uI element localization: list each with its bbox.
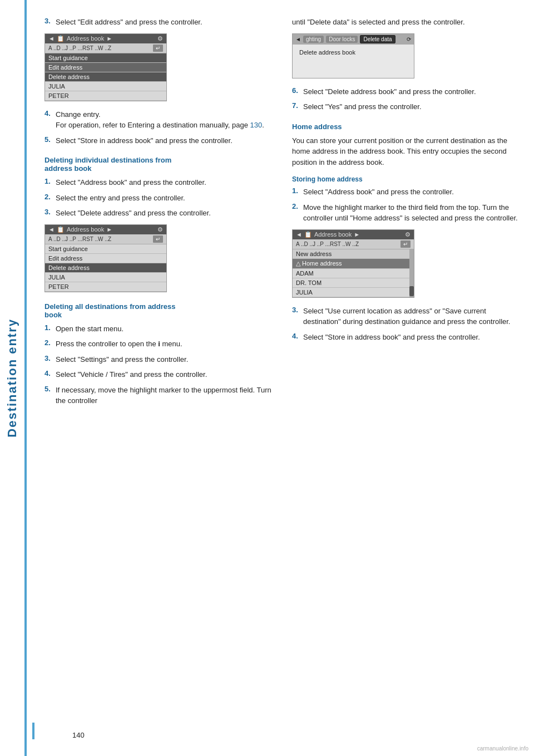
- ab2-arrow-right: ►: [106, 226, 112, 233]
- ab1-arrow-right: ►: [106, 35, 112, 42]
- right-step-7: 7. Select "Yes" and press the controller…: [292, 101, 523, 112]
- del-all-text-3: Select "Settings" and press the controll…: [56, 354, 188, 365]
- del-ind-num-2: 2.: [44, 193, 52, 204]
- right-num-7: 7.: [292, 101, 300, 112]
- address-book-mockup-3: ◄ 📋 Address book ► ⚙ A ..D ..J ..P ...RS…: [292, 229, 414, 298]
- del-all-num-1: 1.: [44, 323, 52, 335]
- step-num-5: 5.: [44, 135, 52, 146]
- ab2-nav: A ..D ..J ..P ...RST ..W ..Z ↵: [45, 234, 166, 244]
- ab3-items: New address △ Home address ADAM DR. TOM …: [293, 249, 409, 297]
- right-text-7: Select "Yes" and press the controller.: [303, 101, 422, 112]
- del-all-step-2: 2. Press the controller to open the i me…: [44, 338, 275, 350]
- del-ind-text-2: Select the entry and press the controlle…: [56, 193, 185, 204]
- ab1-header: ◄ 📋 Address book ► ⚙: [45, 34, 166, 43]
- del-ind-num-3: 3.: [44, 208, 52, 219]
- step-5: 5. Select "Store in address book" and pr…: [44, 135, 275, 146]
- step-text-3: Select "Edit address" and press the cont…: [56, 17, 202, 28]
- home-address-body: You can store your current position or t…: [292, 135, 523, 168]
- section-heading-deleting-all: Deleting all destinations from addressbo…: [44, 302, 275, 319]
- step-text-4: Change entry. For operation, refer to En…: [56, 109, 264, 131]
- ab1-nav-letters: A ..D ..J ..P ...RST ..W ..Z: [48, 45, 111, 51]
- main-content: 3. Select "Edit address" and press the c…: [33, 0, 534, 428]
- del-all-num-4: 4.: [44, 369, 52, 380]
- ab3-item-julia: JULIA: [293, 288, 409, 297]
- del-all-step-4: 4. Select "Vehicle / Tires" and press th…: [44, 369, 275, 380]
- ab1-nav: A ..D ..J ..P ...RST ..W ..Z ↵: [45, 43, 166, 53]
- dd-item-deleteaddressbook: Delete address book: [297, 48, 409, 57]
- section-heading-deleting-individual: Deleting individual destinations fromadd…: [44, 156, 275, 173]
- sidebar-label: Destination entry: [0, 0, 24, 756]
- ab1-back: ↵: [153, 45, 163, 52]
- ab1-item-edit: Edit address: [45, 63, 166, 72]
- home-num-4: 4.: [292, 332, 300, 343]
- del-all-step-1: 1. Open the start menu.: [44, 323, 275, 335]
- dd-body: Delete address book: [293, 45, 414, 78]
- home-address-section: Home address You can store your current …: [292, 122, 523, 343]
- ab2-icon: 📋: [57, 226, 65, 233]
- ab2-settings-icon: ⚙: [157, 226, 163, 233]
- step-num-3: 3.: [44, 17, 52, 28]
- del-ind-step-2: 2. Select the entry and press the contro…: [44, 193, 275, 204]
- ab1-item-julia: JULIA: [45, 82, 166, 91]
- accent-bar: [24, 0, 27, 756]
- ab1-item-peter: PETER: [45, 91, 166, 101]
- del-ind-num-1: 1.: [44, 177, 52, 188]
- right-num-6: 6.: [292, 86, 300, 97]
- step5-continued: until "Delete data" is selected and pres…: [292, 17, 523, 28]
- dd-tab-deletedata: Delete data: [360, 35, 395, 43]
- del-all-step-5: 5. If necessary, move the highlight mark…: [44, 385, 275, 406]
- home-num-1: 1.: [292, 186, 300, 198]
- ab1-arrow-left: ◄: [48, 35, 55, 42]
- del-ind-text-3: Select "Delete address" and press the co…: [56, 208, 211, 219]
- page-number: 140: [72, 731, 85, 739]
- ab3-settings-icon: ⚙: [405, 231, 411, 238]
- ab1-item-delete: Delete address: [45, 72, 166, 82]
- step-num-4: 4.: [44, 109, 52, 131]
- delete-data-mockup: ◄ ghting Door locks Delete data ⟳ Delete…: [292, 33, 414, 78]
- ab1-settings-icon: ⚙: [157, 35, 163, 42]
- del-ind-text-1: Select "Address book" and press the cont…: [56, 177, 206, 188]
- home-step-3: 3. Select "Use current location as addre…: [292, 306, 523, 327]
- ab2-item-edit: Edit address: [45, 254, 166, 263]
- ab3-icon: 📋: [304, 231, 312, 238]
- dd-tab-ghting: ghting: [303, 36, 324, 43]
- ab2-arrow-left: ◄: [48, 226, 55, 233]
- home-text-4: Select "Store in address book" and press…: [303, 332, 480, 343]
- ab3-scroll-thumb: [409, 286, 414, 296]
- home-address-heading: Home address: [292, 122, 523, 131]
- address-book-mockup-1: ◄ 📋 Address book ► ⚙ A ..D ..J ..P ...RS…: [44, 33, 167, 101]
- ab2-header: ◄ 📋 Address book ► ⚙: [45, 225, 166, 234]
- del-all-num-3: 3.: [44, 354, 52, 365]
- storing-home-address-heading: Storing home address: [292, 175, 523, 183]
- watermark: carmanualonline.info: [477, 745, 528, 752]
- del-all-num-2: 2.: [44, 338, 52, 350]
- ab2-item-peter: PETER: [45, 282, 166, 292]
- ab3-item-newaddr: New address: [293, 249, 409, 259]
- ab1-title: Address book: [67, 35, 104, 42]
- ab3-nav-letters: A ..D ..J ..P ...RST ..W ..Z: [296, 241, 359, 247]
- ab2-title: Address book: [67, 226, 104, 233]
- step-4: 4. Change entry. For operation, refer to…: [44, 109, 275, 131]
- ab3-title: Address book: [314, 231, 352, 238]
- home-step-4: 4. Select "Store in address book" and pr…: [292, 332, 523, 343]
- home-num-3: 3.: [292, 306, 300, 327]
- ab3-item-adam: ADAM: [293, 269, 409, 278]
- step-text-5: Select "Store in address book" and press…: [56, 135, 233, 146]
- ab3-nav: A ..D ..J ..P ...RST ..W ..Z ↵: [293, 239, 414, 249]
- page-link-130[interactable]: 130: [250, 121, 263, 129]
- right-step-6: 6. Select "Delete address book" and pres…: [292, 86, 523, 97]
- address-book-mockup-2: ◄ 📋 Address book ► ⚙ A ..D ..J ..P ...RS…: [44, 224, 167, 292]
- del-all-text-5: If necessary, move the highlight marker …: [56, 385, 275, 406]
- ab2-item-delete: Delete address: [45, 263, 166, 273]
- home-step-2: 2. Move the highlight marker to the thir…: [292, 202, 523, 224]
- del-all-num-5: 5.: [44, 385, 52, 406]
- ab3-item-drtom: DR. TOM: [293, 278, 409, 288]
- step-3: 3. Select "Edit address" and press the c…: [44, 17, 275, 28]
- sidebar-title: Destination entry: [5, 318, 19, 438]
- left-column: 3. Select "Edit address" and press the c…: [44, 17, 275, 411]
- del-all-text-4: Select "Vehicle / Tires" and press the c…: [56, 369, 207, 380]
- ab3-header: ◄ 📋 Address book ► ⚙: [293, 230, 414, 239]
- home-step-1: 1. Select "Address book" and press the c…: [292, 186, 523, 198]
- ab3-scrollbar: [409, 249, 414, 297]
- del-all-text-2: Press the controller to open the i menu.: [56, 338, 182, 350]
